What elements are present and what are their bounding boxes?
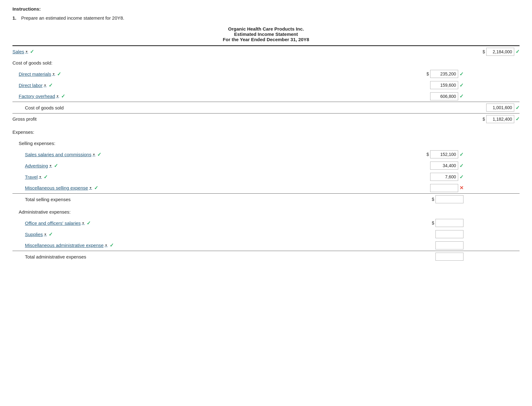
misc-selling-dropdown[interactable]: Miscellaneous selling expense ▼: [25, 185, 92, 191]
sales-salaries-input[interactable]: [430, 150, 458, 158]
supplies-label: Supplies: [25, 232, 43, 237]
sales-salaries-check: ✓: [97, 152, 101, 157]
advertising-dropdown[interactable]: Advertising ▼: [25, 163, 52, 168]
selling-expenses-label: Selling expenses:: [19, 141, 55, 146]
sales-salaries-arrow: ▼: [92, 153, 95, 156]
sales-dollar: $: [482, 49, 485, 54]
instructions-title: Instructions:: [12, 6, 520, 12]
advertising-check: ✓: [54, 163, 58, 169]
gp-dollar: $: [482, 117, 485, 122]
dm-dollar: $: [426, 71, 429, 76]
sales-value-check: ✓: [515, 49, 520, 55]
travel-row: Travel ▼ ✓ ✓: [12, 171, 520, 182]
advertising-arrow: ▼: [49, 164, 52, 167]
gross-profit-label: Gross profit: [12, 116, 37, 122]
sales-input[interactable]: [486, 48, 514, 56]
direct-labor-row: Direct labor ▼ ✓ ✓: [12, 80, 520, 91]
ts-dollar: $: [432, 197, 434, 202]
statement-title: Estimated Income Statement: [12, 31, 520, 37]
sales-dropdown-arrow: ▼: [25, 50, 28, 53]
gp-check: ✓: [515, 116, 520, 122]
direct-labor-input[interactable]: [430, 81, 458, 89]
office-salaries-check: ✓: [87, 220, 91, 226]
factory-overhead-arrow: ▼: [56, 94, 59, 98]
supplies-dropdown[interactable]: Supplies ▼: [25, 232, 47, 237]
total-selling-input[interactable]: [435, 195, 463, 203]
factory-overhead-dropdown[interactable]: Factory overhead ▼: [19, 94, 59, 99]
travel-input[interactable]: [430, 173, 458, 181]
fo-check: ✓: [459, 93, 463, 99]
total-selling-label: Total selling expenses: [25, 197, 71, 202]
direct-labor-label: Direct labor: [19, 83, 43, 88]
direct-labor-check: ✓: [49, 82, 53, 88]
direct-materials-arrow: ▼: [52, 72, 55, 76]
direct-labor-arrow: ▼: [44, 84, 47, 87]
supplies-check: ✓: [49, 231, 53, 237]
factory-overhead-check: ✓: [61, 93, 65, 99]
office-salaries-label: Office and officers' salaries: [25, 220, 81, 226]
travel-check-mark: ✓: [459, 174, 463, 180]
ss-dollar: $: [426, 152, 429, 157]
cogs-header-row: Cost of goods sold:: [12, 57, 520, 68]
supplies-input[interactable]: [435, 230, 463, 238]
company-name: Organic Health Care Products Inc.: [12, 26, 520, 31]
sales-dropdown[interactable]: Sales ▼: [12, 49, 28, 54]
dm-check: ✓: [459, 71, 463, 77]
travel-label: Travel: [25, 174, 38, 180]
sales-label: Sales: [12, 49, 24, 54]
factory-overhead-input[interactable]: [430, 92, 458, 100]
misc-admin-row: Miscellaneous administrative expense ▼ ✓: [12, 240, 520, 251]
cogs-total-label: Cost of goods sold: [25, 105, 64, 110]
cogs-header-label: Cost of goods sold:: [12, 60, 52, 65]
statement-table: Sales ▼ ✓ $ ✓ Cost of goods sold: Direct…: [12, 45, 520, 262]
instruction-number: 1.: [12, 15, 19, 21]
expenses-label: Expenses:: [12, 129, 34, 135]
direct-materials-row: Direct materials ▼ ✓ $ ✓: [12, 68, 520, 80]
gross-profit-input[interactable]: [486, 115, 514, 123]
misc-admin-label: Miscellaneous administrative expense: [25, 243, 104, 248]
direct-labor-dropdown[interactable]: Direct labor ▼: [19, 83, 47, 88]
advertising-label: Advertising: [25, 163, 48, 168]
expenses-header-row: Expenses:: [12, 126, 520, 138]
statement-period: For the Year Ended December 31, 20Y8: [12, 37, 520, 42]
total-selling-row: Total selling expenses $: [12, 194, 520, 205]
travel-dropdown[interactable]: Travel ▼: [25, 174, 42, 180]
office-salaries-dropdown[interactable]: Office and officers' salaries ▼: [25, 220, 85, 226]
gross-profit-row: Gross profit $ ✓: [12, 113, 520, 124]
dl-check: ✓: [459, 82, 463, 88]
travel-arrow: ▼: [39, 175, 42, 179]
sales-check: ✓: [30, 49, 34, 55]
misc-selling-row: Miscellaneous selling expense ▼ ✓ ✕: [12, 182, 520, 194]
instruction-text: Prepare an estimated income statement fo…: [21, 15, 124, 21]
cogs-total-check: ✓: [515, 105, 520, 111]
admin-expenses-header-row: Administrative expenses:: [12, 206, 520, 217]
cogs-total-input[interactable]: [486, 104, 514, 112]
direct-materials-check: ✓: [57, 71, 61, 77]
selling-expenses-header-row: Selling expenses:: [12, 138, 520, 149]
misc-selling-arrow: ▼: [89, 186, 92, 190]
misc-admin-dropdown[interactable]: Miscellaneous administrative expense ▼: [25, 243, 108, 248]
misc-selling-xmark: ✕: [459, 185, 463, 191]
advertising-row: Advertising ▼ ✓ ✓: [12, 160, 520, 171]
misc-admin-input[interactable]: [435, 241, 463, 249]
cogs-total-row: Cost of goods sold ✓: [12, 102, 520, 113]
office-salaries-input[interactable]: [435, 219, 463, 227]
advertising-input[interactable]: [430, 162, 458, 170]
office-salaries-row: Office and officers' salaries ▼ ✓ $: [12, 217, 520, 229]
misc-selling-input[interactable]: [430, 184, 458, 192]
direct-materials-label: Direct materials: [19, 71, 51, 77]
travel-check: ✓: [44, 174, 48, 180]
misc-admin-arrow: ▼: [105, 244, 108, 247]
adv-check: ✓: [459, 163, 463, 169]
company-header: Organic Health Care Products Inc. Estima…: [12, 26, 520, 42]
sales-row: Sales ▼ ✓ $ ✓: [12, 46, 520, 57]
supplies-arrow: ▼: [44, 233, 47, 236]
direct-materials-input[interactable]: [430, 70, 458, 78]
total-admin-label: Total administrative expenses: [25, 254, 86, 259]
sales-salaries-dropdown[interactable]: Sales salaries and commissions ▼: [25, 152, 95, 157]
sales-salaries-row: Sales salaries and commissions ▼ ✓ $ ✓: [12, 149, 520, 160]
supplies-row: Supplies ▼ ✓: [12, 229, 520, 240]
total-admin-input[interactable]: [435, 253, 463, 261]
direct-materials-dropdown[interactable]: Direct materials ▼: [19, 71, 55, 77]
misc-selling-label: Miscellaneous selling expense: [25, 185, 88, 191]
